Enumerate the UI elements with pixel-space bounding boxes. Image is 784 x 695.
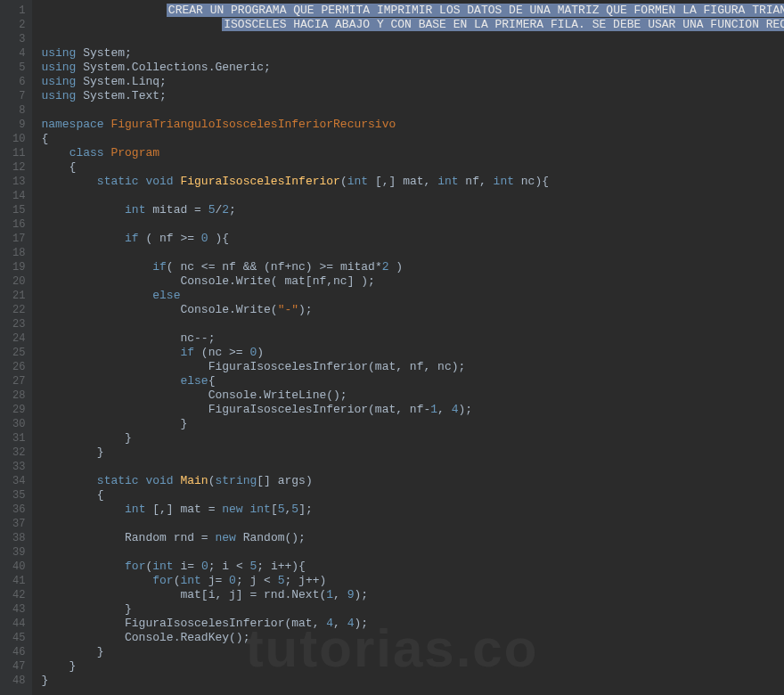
token: ]; (298, 503, 313, 516)
code-line[interactable]: nc--; (41, 331, 784, 346)
code-line[interactable]: } (41, 674, 784, 688)
code-line[interactable]: { (41, 488, 784, 503)
line-number: 40 (12, 560, 25, 574)
code-line[interactable] (41, 189, 784, 203)
token: int (494, 175, 521, 188)
token: Console.Write( (41, 303, 277, 316)
code-line[interactable]: } (41, 431, 784, 446)
line-number: 9 (12, 118, 25, 132)
code-line[interactable] (41, 545, 784, 560)
code-line[interactable] (41, 32, 784, 46)
token: int (152, 560, 180, 573)
code-line[interactable]: } (41, 446, 784, 460)
token: 5 (278, 574, 285, 587)
token: 4 (326, 617, 333, 630)
token: int (125, 503, 152, 516)
code-line[interactable]: mat[i, j] = rnd.Next(1, 9); (41, 588, 784, 602)
token: FiguraIsoscelesInferior(mat, (41, 617, 326, 630)
code-line[interactable] (41, 246, 784, 260)
line-number: 39 (12, 545, 25, 560)
line-number: 14 (12, 189, 25, 203)
line-number: 27 (12, 374, 25, 388)
token (41, 203, 125, 217)
code-line[interactable]: if (nc >= 0) (41, 346, 784, 360)
code-line[interactable]: Random rnd = new Random(); (41, 531, 784, 545)
code-line[interactable]: for(int i= 0; i < 5; i++){ (41, 560, 784, 574)
code-line[interactable]: Console.Write( mat[nf,nc] ); (41, 274, 784, 289)
code-line[interactable]: else (41, 289, 784, 303)
code-line[interactable]: Console.WriteLine(); (41, 388, 784, 403)
code-line[interactable]: if ( nf >= 0 ){ (41, 232, 784, 246)
line-number: 2 (12, 18, 25, 32)
code-line[interactable]: else{ (41, 374, 784, 388)
code-line[interactable]: { (41, 132, 784, 146)
line-number: 37 (12, 517, 25, 531)
code-line[interactable] (41, 103, 784, 118)
line-number: 10 (12, 132, 25, 146)
code-line[interactable] (41, 217, 784, 232)
code-line[interactable] (41, 317, 784, 331)
token: 0 (201, 232, 216, 245)
code-line[interactable] (41, 460, 784, 474)
code-line[interactable]: Console.ReadKey(); (41, 631, 784, 645)
code-line[interactable]: using System.Collections.Generic; (41, 61, 784, 75)
code-line[interactable]: } (41, 417, 784, 431)
line-number: 21 (12, 289, 25, 303)
code-line[interactable]: FiguraIsoscelesInferior(mat, 4, 4); (41, 617, 784, 631)
code-line[interactable]: FiguraIsoscelesInferior(mat, nf, nc); (41, 360, 784, 374)
token: for (152, 574, 173, 587)
code-line[interactable]: } (41, 645, 784, 659)
code-line[interactable]: } (41, 602, 784, 617)
token: using (41, 89, 83, 102)
token: ); (459, 403, 473, 416)
token: ( (340, 175, 347, 188)
code-line[interactable]: int [,] mat = new int[5,5]; (41, 503, 784, 517)
code-area[interactable]: CREAR UN PROGRAMA QUE PERMITA IMPRIMIR L… (32, 0, 784, 695)
line-number: 29 (12, 403, 25, 417)
code-line[interactable]: static void Main(string[] args) (41, 474, 784, 488)
code-line[interactable]: for(int j= 0; j < 5; j++) (41, 574, 784, 588)
token: ) (396, 260, 403, 274)
code-line[interactable]: using System.Linq; (41, 75, 784, 89)
code-line[interactable]: int mitad = 5/2; (41, 203, 784, 217)
line-number: 26 (12, 360, 25, 374)
token: ; j < (236, 574, 278, 587)
token: } (41, 602, 131, 616)
token: [,] mat, (375, 175, 437, 188)
token: } (41, 431, 131, 445)
code-line[interactable]: ISOSCELES HACIA ABAJO Y CON BASE EN LA P… (41, 18, 784, 32)
line-number: 6 (12, 75, 25, 89)
line-number: 12 (12, 160, 25, 175)
token: } (41, 645, 103, 658)
token: 0 (229, 574, 236, 587)
line-number: 17 (12, 232, 25, 246)
token: } (41, 659, 76, 673)
token: nf, (465, 175, 493, 188)
code-line[interactable] (41, 517, 784, 531)
line-number: 22 (12, 303, 25, 317)
line-number: 20 (12, 274, 25, 289)
code-line[interactable]: } (41, 659, 784, 674)
token: { (41, 132, 48, 145)
token: , (333, 588, 347, 601)
code-line[interactable]: static void FiguraIsoscelesInferior(int … (41, 175, 784, 189)
token (41, 474, 96, 487)
code-line[interactable]: class Program (41, 146, 784, 160)
token: "-" (278, 303, 298, 316)
code-line[interactable]: Console.Write("-"); (41, 303, 784, 317)
code-line[interactable]: CREAR UN PROGRAMA QUE PERMITA IMPRIMIR L… (41, 4, 784, 18)
token: using (41, 61, 83, 74)
code-line[interactable]: using System.Text; (41, 89, 784, 103)
code-line[interactable]: FiguraIsoscelesInferior(mat, nf-1, 4); (41, 403, 784, 417)
token: ; (229, 203, 236, 217)
code-line[interactable]: namespace FiguraTrianguloIsoscelesInferi… (41, 118, 784, 132)
token: , (437, 403, 452, 416)
line-number: 30 (12, 417, 25, 431)
code-editor[interactable]: 1234567891011121314151617181920212223242… (0, 0, 784, 695)
code-line[interactable]: if( nc <= nf && (nf+nc) >= mitad*2 ) (41, 260, 784, 274)
code-line[interactable]: using System; (41, 46, 784, 61)
line-number: 41 (12, 574, 25, 588)
code-line[interactable]: { (41, 160, 784, 175)
line-number: 46 (12, 645, 25, 659)
token: namespace (41, 118, 110, 131)
